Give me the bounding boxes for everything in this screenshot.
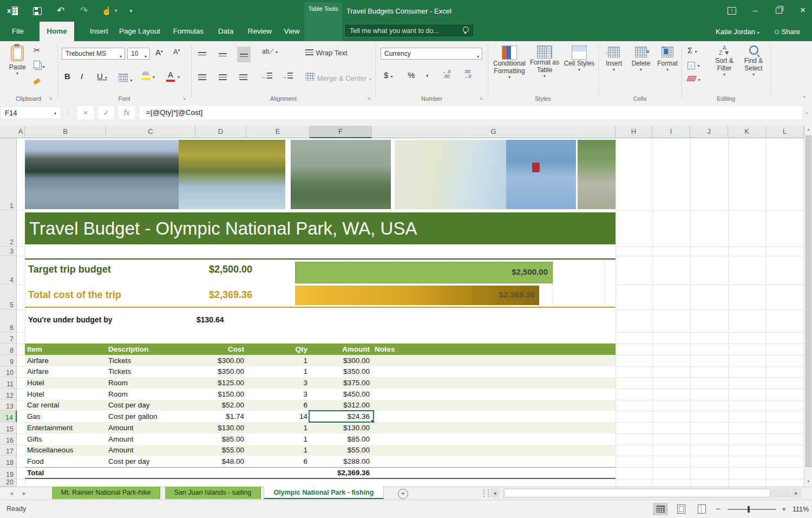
cell-item[interactable]: Gifts: [27, 433, 103, 445]
insert-function-button[interactable]: fx: [119, 106, 135, 119]
row-header-18[interactable]: 18: [0, 456, 17, 467]
cell-amount[interactable]: $312.00: [313, 400, 370, 411]
sheet-nav-left-icon[interactable]: ◄: [9, 490, 14, 496]
number-format-select[interactable]: Currency ▾: [381, 48, 482, 60]
cell-cost[interactable]: $85.00: [195, 433, 244, 445]
ribbon-tab-page-layout[interactable]: Page Layout: [115, 22, 164, 41]
row-header-6[interactable]: 6: [0, 309, 17, 332]
normal-view-button[interactable]: [653, 503, 668, 515]
cell-amount[interactable]: $55.00: [313, 445, 370, 456]
column-header-d[interactable]: D: [195, 126, 246, 138]
ribbon-tab-formulas[interactable]: Formulas: [169, 22, 208, 41]
cell-amount[interactable]: $2,369.36: [313, 467, 370, 479]
cell-item[interactable]: Car rental: [27, 400, 103, 411]
row-header-16[interactable]: 16: [0, 433, 17, 445]
row-header-7[interactable]: 7: [0, 332, 17, 344]
minimize-button[interactable]: –: [747, 3, 763, 17]
row-header-1[interactable]: 1: [0, 138, 17, 210]
row-header-14[interactable]: 14: [0, 411, 17, 422]
zoom-out-button[interactable]: −: [716, 504, 720, 513]
cell-desc[interactable]: Amount: [108, 433, 189, 445]
row-header-12[interactable]: 12: [0, 388, 17, 400]
fill-handle[interactable]: [371, 419, 375, 423]
insert-cells-button[interactable]: ← Insert ▾: [601, 47, 627, 72]
row-header-3[interactable]: 3: [0, 247, 17, 256]
row-header-2[interactable]: 2: [0, 210, 17, 247]
cell-qty[interactable]: 1: [264, 355, 307, 366]
cell-qty[interactable]: 1: [264, 366, 307, 377]
cell-item[interactable]: Entertainment: [27, 422, 103, 433]
column-header-g[interactable]: G: [372, 126, 615, 138]
ribbon-tab-view[interactable]: View: [279, 22, 305, 41]
autosum-button[interactable]: Σ ▾: [687, 46, 697, 55]
cell-cost[interactable]: $52.00: [195, 400, 244, 411]
alignment-dialog-launcher[interactable]: ↘: [366, 95, 371, 101]
vertical-scrollbar-thumb[interactable]: [806, 135, 811, 467]
column-header-k[interactable]: K: [728, 126, 766, 138]
conditional-formatting-button[interactable]: Conditional Formatting ▾: [492, 46, 527, 80]
hscroll-left-arrow-icon[interactable]: ◂: [490, 488, 500, 498]
sort-filter-button[interactable]: AZ ▼ Sort & Filter ▾: [710, 46, 738, 77]
sheet-tab-2[interactable]: San Juan Islands - sailing: [165, 487, 261, 499]
ribbon-tab-file[interactable]: File: [4, 22, 31, 41]
comma-style-button[interactable]: ,: [426, 68, 428, 77]
undo-button[interactable]: ↶: [54, 4, 67, 17]
sheet-tab-3[interactable]: Olympic National Park - fishing: [264, 487, 384, 499]
cell-desc[interactable]: Amount: [108, 422, 189, 433]
cell-desc[interactable]: Room: [108, 377, 189, 388]
collapse-ribbon-button[interactable]: ⌃: [802, 95, 807, 101]
cell-desc[interactable]: Description: [108, 344, 189, 355]
cell-notes[interactable]: Notes: [375, 344, 429, 355]
fill-color-button[interactable]: [142, 72, 150, 80]
font-size-select[interactable]: 10 ▾: [127, 48, 150, 60]
cell-cost[interactable]: $150.00: [195, 388, 244, 400]
column-header-a[interactable]: A: [17, 126, 25, 138]
cell-item[interactable]: Total: [27, 467, 103, 479]
cell-cost[interactable]: Cost: [195, 344, 244, 355]
cell-qty[interactable]: 1: [264, 445, 307, 456]
ribbon-tab-home[interactable]: Home: [40, 22, 74, 41]
column-header-i[interactable]: I: [652, 126, 690, 138]
zoom-slider-thumb[interactable]: [748, 506, 750, 513]
cell-amount[interactable]: $130.00: [313, 422, 370, 433]
column-header-h[interactable]: H: [615, 126, 652, 138]
cell-cost[interactable]: $350.00: [195, 366, 244, 377]
column-header-f[interactable]: F: [310, 126, 372, 138]
row-header-15[interactable]: 15: [0, 422, 17, 433]
bold-button[interactable]: B: [64, 72, 70, 81]
cell-desc[interactable]: Amount: [108, 445, 189, 456]
align-middle-button[interactable]: [219, 50, 227, 60]
cell-cost[interactable]: $130.00: [195, 422, 244, 433]
row-header-8[interactable]: 8: [0, 344, 17, 355]
restore-button[interactable]: [771, 3, 787, 17]
cell-amount[interactable]: Amount: [313, 344, 370, 355]
grow-font-button[interactable]: A▴: [155, 48, 163, 57]
customize-qat-button[interactable]: ▾: [125, 4, 137, 17]
cell-qty[interactable]: 1: [264, 433, 307, 445]
format-painter-button[interactable]: [34, 76, 40, 86]
zoom-slider-track[interactable]: [728, 509, 776, 510]
formula-input[interactable]: =[@Qty]*[@Cost]: [140, 106, 802, 119]
increase-decimal-button[interactable]: ←.0.00: [442, 69, 451, 79]
number-dialog-launcher[interactable]: ↘: [479, 95, 483, 101]
scroll-down-arrow-icon[interactable]: ▾: [806, 479, 811, 484]
cell-cost[interactable]: $55.00: [195, 445, 244, 456]
tell-me-box[interactable]: Tell me what you want to do...: [344, 24, 474, 37]
user-account[interactable]: Katie Jordan ▾: [716, 28, 759, 36]
cell-qty[interactable]: Qty: [264, 344, 307, 355]
cell-qty[interactable]: 6: [264, 456, 307, 467]
copy-button[interactable]: ▾: [34, 61, 44, 70]
cell-desc[interactable]: Cost per gallon: [108, 411, 189, 422]
cell-qty[interactable]: 3: [264, 377, 307, 388]
cancel-entry-button[interactable]: ×: [77, 106, 94, 119]
font-color-button[interactable]: A: [166, 70, 175, 82]
share-button[interactable]: ⚇ Share: [774, 28, 800, 36]
cell-item[interactable]: Food: [27, 456, 103, 467]
column-header-l[interactable]: L: [766, 126, 804, 138]
wrap-text-button[interactable]: Wrap Text: [305, 48, 348, 57]
cell-item[interactable]: Hotel: [27, 388, 103, 400]
scroll-up-arrow-icon[interactable]: ▴: [805, 126, 812, 133]
row-header-20[interactable]: 20: [0, 479, 17, 487]
borders-button[interactable]: ▾: [119, 74, 132, 84]
increase-indent-button[interactable]: →: [281, 73, 293, 80]
